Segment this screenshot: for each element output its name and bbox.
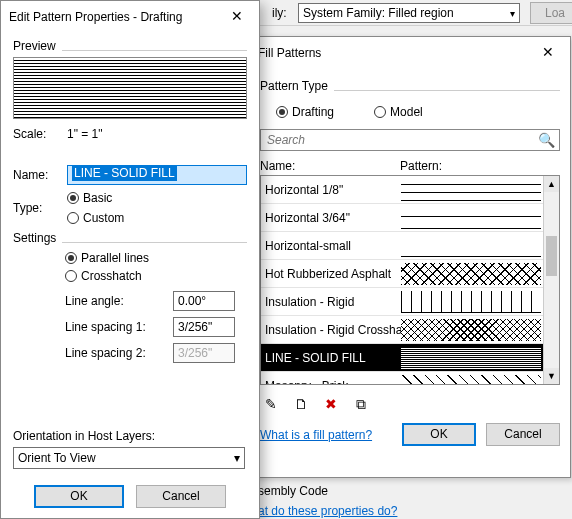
edit-pattern-dialog: Edit Pattern Properties - Drafting ✕ Pre… <box>0 0 260 519</box>
radio-basic[interactable]: Basic <box>67 191 124 205</box>
pattern-row-name: Horizontal 1/8" <box>261 183 401 197</box>
fill-patterns-title: Fill Patterns <box>258 46 321 60</box>
chevron-down-icon: ▾ <box>510 8 515 19</box>
duplicate-pattern-icon[interactable]: ⧉ <box>350 393 372 415</box>
scale-label: Scale: <box>13 127 59 141</box>
pattern-row[interactable]: Masonry - Brick <box>261 372 543 384</box>
pattern-swatch <box>401 207 541 229</box>
ok-button[interactable]: OK <box>34 485 124 508</box>
radio-icon <box>67 212 79 224</box>
family-type-combo[interactable]: System Family: Filled region ▾ <box>298 3 520 23</box>
pattern-swatch <box>401 179 541 201</box>
col-header-name: Name: <box>260 159 400 173</box>
search-field[interactable] <box>265 132 538 148</box>
chevron-down-icon: ▾ <box>234 451 240 465</box>
pattern-preview <box>13 57 247 119</box>
edit-pattern-title: Edit Pattern Properties - Drafting <box>9 10 182 24</box>
pattern-list: Horizontal 1/8"Horizontal 3/64"Horizonta… <box>260 175 560 385</box>
pattern-row-name: Horizontal 3/64" <box>261 211 401 225</box>
load-button[interactable]: Loa <box>530 2 572 24</box>
cancel-button[interactable]: Cancel <box>486 423 560 446</box>
family-label-suffix: ily: <box>272 6 287 20</box>
new-pattern-icon[interactable]: 🗋 <box>290 393 312 415</box>
pattern-swatch <box>401 375 541 385</box>
pattern-row[interactable]: Hot Rubberized Asphalt <box>261 260 543 288</box>
preview-label: Preview <box>13 39 56 53</box>
properties-help-link[interactable]: at do these properties do? <box>258 504 564 518</box>
line-angle-label: Line angle: <box>65 294 165 308</box>
radio-icon <box>65 270 77 282</box>
scroll-down-icon[interactable]: ▼ <box>544 368 559 384</box>
pattern-swatch <box>401 319 541 341</box>
radio-model[interactable]: Model <box>374 105 423 119</box>
pattern-swatch <box>401 235 541 257</box>
radio-drafting[interactable]: Drafting <box>276 105 334 119</box>
line-spacing2-input <box>173 343 235 363</box>
line-angle-input[interactable] <box>173 291 235 311</box>
line-spacing2-label: Line spacing 2: <box>65 346 165 360</box>
search-input[interactable]: 🔍 <box>260 129 560 151</box>
radio-parallel-label: Parallel lines <box>81 251 149 265</box>
pattern-row[interactable]: Insulation - Rigid <box>261 288 543 316</box>
pattern-swatch <box>401 291 541 313</box>
pattern-row[interactable]: LINE - SOLID FILL <box>261 344 543 372</box>
close-icon[interactable]: ✕ <box>534 43 562 63</box>
fill-patterns-dialog: Fill Patterns ✕ Pattern Type Drafting Mo… <box>249 36 571 478</box>
orientation-label: Orientation in Host Layers: <box>13 429 247 443</box>
pattern-swatch <box>401 263 541 285</box>
radio-model-label: Model <box>390 105 423 119</box>
radio-icon <box>276 106 288 118</box>
divider <box>62 242 247 243</box>
pattern-name-input[interactable]: LINE - SOLID FILL <box>67 165 247 185</box>
scrollbar[interactable]: ▲ ▼ <box>543 176 559 384</box>
pattern-row-name: Masonry - Brick <box>261 379 401 385</box>
radio-icon <box>65 252 77 264</box>
name-label: Name: <box>13 168 59 182</box>
orientation-combo[interactable]: Orient To View ▾ <box>13 447 245 469</box>
radio-parallel[interactable]: Parallel lines <box>65 251 247 265</box>
line-spacing1-input[interactable] <box>173 317 235 337</box>
fill-patterns-titlebar[interactable]: Fill Patterns ✕ <box>250 37 570 69</box>
radio-crosshatch-label: Crosshatch <box>81 269 142 283</box>
radio-icon <box>374 106 386 118</box>
col-header-pattern: Pattern: <box>400 159 442 173</box>
pattern-row[interactable]: Horizontal-small <box>261 232 543 260</box>
radio-custom[interactable]: Custom <box>67 211 124 225</box>
radio-basic-label: Basic <box>83 191 112 205</box>
ok-button[interactable]: OK <box>402 423 476 446</box>
search-icon[interactable]: 🔍 <box>538 132 555 148</box>
settings-label: Settings <box>13 231 56 245</box>
close-icon[interactable]: ✕ <box>223 7 251 27</box>
assembly-code-label: sembly Code <box>258 484 564 498</box>
divider <box>334 90 560 91</box>
edit-pattern-icon[interactable]: ✎ <box>260 393 282 415</box>
orientation-value: Orient To View <box>18 451 96 465</box>
pattern-row-name: LINE - SOLID FILL <box>261 351 401 365</box>
pattern-row[interactable]: Insulation - Rigid Crossha <box>261 316 543 344</box>
type-label: Type: <box>13 201 59 215</box>
scale-value: 1" = 1" <box>67 127 103 141</box>
divider <box>62 50 247 51</box>
pattern-swatch <box>401 347 541 369</box>
scroll-up-icon[interactable]: ▲ <box>544 176 559 192</box>
delete-pattern-icon[interactable]: ✖ <box>320 393 342 415</box>
radio-drafting-label: Drafting <box>292 105 334 119</box>
family-type-value: System Family: Filled region <box>303 6 454 20</box>
pattern-row-name: Horizontal-small <box>261 239 401 253</box>
edit-pattern-titlebar[interactable]: Edit Pattern Properties - Drafting ✕ <box>1 1 259 33</box>
what-is-fill-pattern-link[interactable]: What is a fill pattern? <box>260 428 392 442</box>
cancel-button[interactable]: Cancel <box>136 485 226 508</box>
pattern-type-group-label: Pattern Type <box>260 79 328 93</box>
pattern-row-name: Insulation - Rigid <box>261 295 401 309</box>
scroll-thumb[interactable] <box>546 236 557 276</box>
radio-crosshatch[interactable]: Crosshatch <box>65 269 247 283</box>
pattern-row[interactable]: Horizontal 3/64" <box>261 204 543 232</box>
radio-icon <box>67 192 79 204</box>
pattern-row[interactable]: Horizontal 1/8" <box>261 176 543 204</box>
pattern-row-name: Insulation - Rigid Crossha <box>261 323 401 337</box>
line-spacing1-label: Line spacing 1: <box>65 320 165 334</box>
pattern-row-name: Hot Rubberized Asphalt <box>261 267 401 281</box>
radio-custom-label: Custom <box>83 211 124 225</box>
